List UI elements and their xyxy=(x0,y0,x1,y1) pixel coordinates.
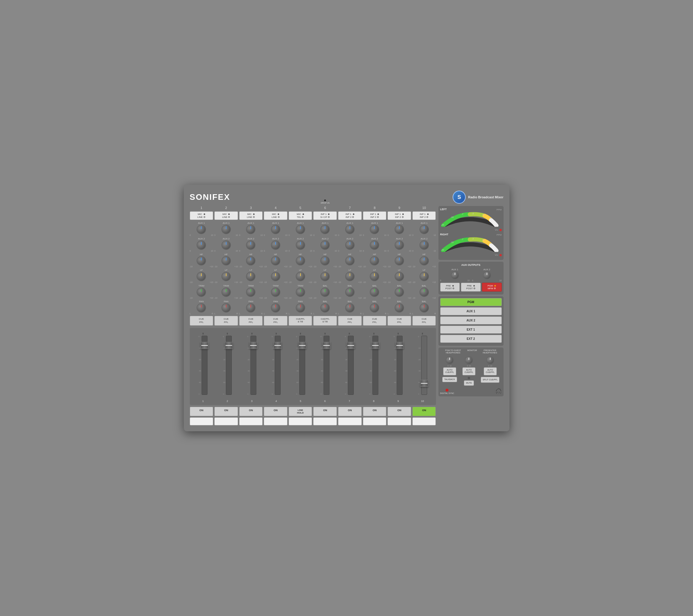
fader-track-ch2[interactable] xyxy=(226,336,232,395)
hf-knob-ch3-ctrl[interactable] xyxy=(246,256,256,265)
fader-handle-ch7[interactable] xyxy=(346,342,355,349)
input-btn-ch8[interactable]: INP 1 INP 2 ⚙ xyxy=(363,211,387,220)
pgm-guest-hp-knob[interactable] xyxy=(446,356,454,364)
on-btn-ch3[interactable]: ON xyxy=(239,407,263,416)
on-btn-ch4[interactable]: ON xyxy=(264,407,288,416)
pgm-bus-button[interactable]: PGM xyxy=(440,298,502,306)
trim-knob-ch5-ctrl[interactable] xyxy=(296,287,305,297)
hf-knob-ch7-ctrl[interactable] xyxy=(345,256,355,265)
on-btn-ch8[interactable]: ON xyxy=(363,407,387,416)
lf-knob-ch10-ctrl[interactable] xyxy=(419,272,429,281)
auto-cue-pfl-btn-2[interactable]: AUTOCUE/PFL xyxy=(462,367,475,375)
fader-handle-ch3[interactable] xyxy=(249,342,258,349)
hf-knob-ch6-ctrl[interactable] xyxy=(320,256,330,265)
fader-track-ch6[interactable] xyxy=(323,336,330,395)
on-btn-ch10[interactable]: ON xyxy=(412,407,436,416)
fader-handle-ch4[interactable] xyxy=(274,342,282,349)
split-cue-pfl-button[interactable]: SPLIT CUE/PFL xyxy=(481,377,499,383)
trim-knob-ch10-ctrl[interactable] xyxy=(419,287,429,297)
aux1-knob-ch2-ctrl[interactable] xyxy=(221,225,231,234)
bal-knob-ch7-ctrl[interactable] xyxy=(345,303,355,313)
pan-knob-ch2-ctrl[interactable] xyxy=(221,303,231,313)
lf-knob-ch5-ctrl[interactable] xyxy=(296,272,305,281)
cue-pfl-btn-ch8[interactable]: CUEPFL xyxy=(363,316,387,325)
hf-knob-ch5-ctrl[interactable] xyxy=(296,256,305,265)
fader-track-ch10[interactable] xyxy=(421,336,427,395)
input-btn-ch10[interactable]: INP 1 INP 2 ⚙ xyxy=(412,211,436,220)
trim-knob-ch8-ctrl[interactable] xyxy=(370,287,379,297)
lf-knob-ch9-ctrl[interactable] xyxy=(395,272,404,281)
bottom-btn-ch9[interactable] xyxy=(388,417,411,425)
on-btn-ch6[interactable]: ON xyxy=(313,407,337,416)
aux1-knob-ch4-ctrl[interactable] xyxy=(271,225,280,234)
bottom-btn-ch3[interactable] xyxy=(239,417,263,425)
fader-track-ch8[interactable] xyxy=(372,336,378,395)
lf-knob-ch4-ctrl[interactable] xyxy=(271,272,280,281)
aux1-knob-ch6-ctrl[interactable] xyxy=(320,225,330,234)
fader-track-ch4[interactable] xyxy=(275,336,281,395)
lf-knob-ch2-ctrl[interactable] xyxy=(221,272,231,281)
hf-knob-ch9-ctrl[interactable] xyxy=(395,256,404,265)
talkback-button[interactable]: TALKBACK xyxy=(442,377,457,382)
on-btn-ch1[interactable]: ON xyxy=(190,407,214,416)
fader-handle-ch5[interactable] xyxy=(298,342,306,349)
aux1-knob-ch9-ctrl[interactable] xyxy=(395,225,404,234)
aux1-output-knob-ctrl[interactable] xyxy=(451,271,459,279)
fader-handle-ch2[interactable] xyxy=(225,342,233,349)
trim-knob-ch9-ctrl[interactable] xyxy=(395,287,404,297)
lf-knob-ch6-ctrl[interactable] xyxy=(320,272,330,281)
trim-knob-ch4-ctrl[interactable] xyxy=(271,287,280,297)
bal-knob-ch8-ctrl[interactable] xyxy=(370,303,379,313)
on-btn-ch2[interactable]: ON xyxy=(214,407,238,416)
cue-pfl-btn-ch6[interactable]: CUE/PFL& T/B xyxy=(313,316,337,325)
input-btn-ch4[interactable]: MIC LINE ⚙ xyxy=(264,211,288,220)
bottom-btn-ch10[interactable] xyxy=(412,417,436,425)
bottom-btn-ch2[interactable] xyxy=(214,417,238,425)
pan-knob-ch4-ctrl[interactable] xyxy=(271,303,280,313)
input-btn-ch3[interactable]: MIC LINE ⚙ xyxy=(239,211,263,220)
aux1-knob-ch3-ctrl[interactable] xyxy=(246,225,256,234)
auto-cue-pfl-btn-3[interactable]: AUTOCUE/PFL xyxy=(484,367,497,375)
cue-pfl-btn-ch3[interactable]: CUEPFL xyxy=(239,316,263,325)
hf-knob-ch2-ctrl[interactable] xyxy=(221,256,231,265)
aux1-knob-ch1-ctrl[interactable] xyxy=(197,225,206,234)
cue-pfl-btn-ch7[interactable]: CUEPFL xyxy=(338,316,362,325)
trim-knob-ch2-ctrl[interactable] xyxy=(221,287,231,297)
presenter-hp-knob[interactable] xyxy=(486,356,494,364)
fader-track-ch9[interactable] xyxy=(397,336,402,395)
auto-cue-pfl-btn-1[interactable]: AUTOCUE/PFL xyxy=(443,367,456,375)
bottom-btn-ch6[interactable] xyxy=(313,417,337,425)
hf-knob-ch4-ctrl[interactable] xyxy=(271,256,280,265)
aux2-knob-ch8-ctrl[interactable] xyxy=(370,240,379,250)
fader-handle-ch9[interactable] xyxy=(396,342,404,349)
hf-knob-ch1-ctrl[interactable] xyxy=(197,256,206,265)
hf-knob-ch10-ctrl[interactable] xyxy=(419,256,429,265)
trim-knob-ch3-ctrl[interactable] xyxy=(246,287,256,297)
aux2-output-knob-ctrl[interactable] xyxy=(483,271,491,279)
cue-pfl-btn-ch2[interactable]: CUEPFL xyxy=(214,316,238,325)
aux1-knob-ch10-ctrl[interactable] xyxy=(419,225,429,234)
aux2-bus-button[interactable]: AUX 2 xyxy=(440,316,502,324)
aux2-knob-ch4-ctrl[interactable] xyxy=(271,240,280,250)
pgm-mfm-button[interactable]: PGM MFM ⚙ xyxy=(482,283,502,292)
input-btn-ch6[interactable]: INP 1 Sr C/F ⚙ xyxy=(313,211,337,220)
pre-post-button[interactable]: PRE POST ⚙ xyxy=(440,283,460,292)
cue-pfl-btn-ch5[interactable]: CUE/PFL& T/B xyxy=(289,316,312,325)
aux2-knob-ch3-ctrl[interactable] xyxy=(246,240,256,250)
pan-knob-ch1-ctrl[interactable] xyxy=(197,303,206,313)
on-btn-ch7[interactable]: ON xyxy=(338,407,362,416)
aux1-knob-ch8-ctrl[interactable] xyxy=(370,225,379,234)
input-btn-ch5[interactable]: MIC TEL ⚙ xyxy=(289,211,312,220)
aux2-knob-ch6-ctrl[interactable] xyxy=(320,240,330,250)
lf-knob-ch1-ctrl[interactable] xyxy=(197,272,206,281)
fader-track-ch5[interactable] xyxy=(299,336,305,395)
bal-knob-ch10-ctrl[interactable] xyxy=(419,303,429,313)
fader-handle-ch6[interactable] xyxy=(322,342,331,349)
aux2-knob-ch2-ctrl[interactable] xyxy=(221,240,231,250)
mute-button[interactable]: MUTE xyxy=(464,380,474,386)
aux2-knob-ch5-ctrl[interactable] xyxy=(296,240,305,250)
trim-knob-ch6-ctrl[interactable] xyxy=(320,287,330,297)
fader-handle-ch1[interactable] xyxy=(200,342,209,349)
input-btn-ch2[interactable]: MIC LINE ⚙ xyxy=(214,211,238,220)
fader-track-ch7[interactable] xyxy=(348,336,354,395)
